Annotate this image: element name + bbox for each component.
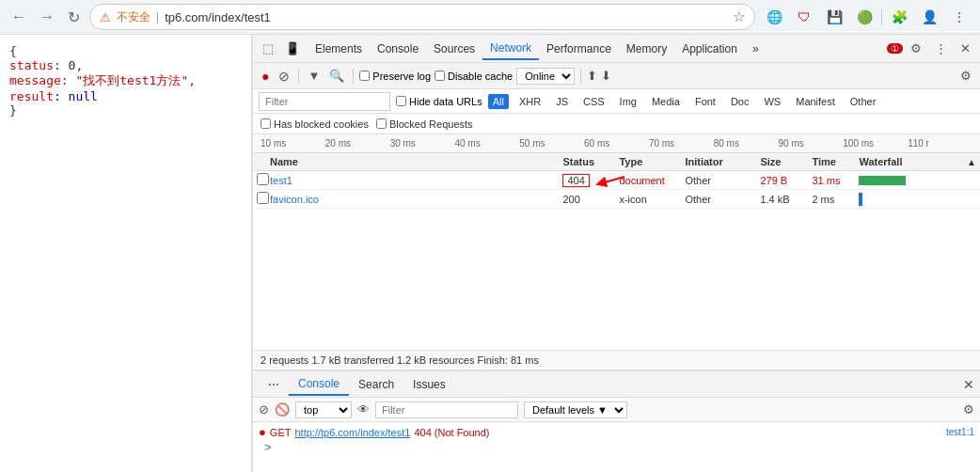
col-header-size[interactable]: Size — [760, 156, 812, 167]
table-row[interactable]: test1 404 document Other 279 B 31 ms — [253, 171, 980, 190]
warning-text: 不安全 — [117, 9, 150, 25]
browser-menu[interactable]: ⋮ — [946, 4, 972, 30]
settings-icon[interactable]: ⚙ — [905, 38, 927, 60]
tab-sources[interactable]: Sources — [426, 39, 482, 59]
blocked-cookies-checkbox[interactable] — [261, 118, 271, 129]
row-1-checkbox-cell — [257, 173, 270, 187]
console-filter-input[interactable] — [375, 401, 518, 418]
tab-performance[interactable]: Performance — [539, 39, 619, 59]
clear-button[interactable]: ⊘ — [276, 68, 292, 85]
hide-data-urls-checkbox[interactable] — [396, 96, 406, 106]
inspect-icon[interactable]: ⬚ — [257, 38, 279, 60]
browser-icon-1[interactable]: 🌐 — [761, 4, 787, 30]
network-settings-button[interactable]: ⚙ — [957, 68, 974, 84]
address-bar[interactable]: ⚠ 不安全 | tp6.com/index/test1 ☆ — [89, 4, 755, 30]
col-header-initiator[interactable]: Initiator — [685, 156, 760, 167]
summary-text: 2 requests 1.7 kB transferred 1.2 kB res… — [261, 354, 539, 366]
filter-toggle-button[interactable]: ▼ — [305, 68, 323, 84]
browser-icon-adblock[interactable]: 🛡 — [791, 4, 817, 30]
tab-network[interactable]: Network — [482, 38, 539, 60]
search-button[interactable]: 🔍 — [326, 68, 347, 84]
row-1-time: 31 ms — [812, 175, 859, 186]
preserve-log-checkbox[interactable] — [359, 71, 370, 81]
filter-input[interactable] — [259, 92, 390, 111]
tab-elements[interactable]: Elements — [308, 39, 370, 59]
error-link[interactable]: http://tp6.com/index/test1 — [294, 427, 410, 438]
filter-media-button[interactable]: Media — [647, 94, 685, 109]
col-header-waterfall[interactable]: Waterfall ▲ — [859, 156, 976, 167]
browser-chrome: ← → ↻ ⚠ 不安全 | tp6.com/index/test1 ☆ 🌐 🛡 … — [0, 0, 980, 35]
back-button[interactable]: ← — [8, 7, 30, 27]
devtools-left-icons: ⬚ 📱 — [257, 38, 308, 60]
col-header-type[interactable]: Type — [619, 156, 685, 167]
download-icon: ⬇ — [601, 69, 611, 83]
console-filter-toggle[interactable]: 🚫 — [275, 402, 290, 417]
filter-img-button[interactable]: Img — [615, 94, 641, 109]
row-1-name[interactable]: test1 — [270, 175, 562, 186]
page-content: { status: 0, message: "找不到test1方法", resu… — [0, 35, 252, 472]
blocked-cookies-label: Has blocked cookies — [261, 118, 369, 130]
close-icon[interactable]: ✕ — [954, 38, 976, 60]
col-header-time[interactable]: Time — [812, 156, 859, 167]
blocked-bar: Has blocked cookies Blocked Requests — [253, 114, 980, 134]
console-settings-button[interactable]: ⚙ — [963, 402, 974, 417]
console-prompt: > — [259, 439, 974, 455]
filter-doc-button[interactable]: Doc — [726, 94, 754, 109]
row-2-name[interactable]: favicon.ico — [270, 194, 562, 205]
timeline-mark-1: 20 ms — [325, 138, 390, 149]
star-icon: ☆ — [733, 8, 745, 25]
filter-xhr-button[interactable]: XHR — [514, 94, 545, 109]
tab-more[interactable]: » — [745, 39, 767, 59]
eye-icon[interactable]: 👁 — [357, 402, 370, 417]
throttle-select[interactable]: Online — [516, 68, 575, 85]
browser-icon-3[interactable]: 🟢 — [851, 4, 877, 30]
console-tab-search[interactable]: Search — [349, 374, 403, 395]
hide-data-urls-label: Hide data URLs — [396, 96, 482, 107]
context-select[interactable]: top — [295, 401, 352, 418]
filter-ws-button[interactable]: WS — [759, 94, 785, 109]
ellipsis-icon[interactable]: ⋮ — [929, 38, 952, 60]
row-2-checkbox[interactable] — [257, 192, 269, 204]
forward-button[interactable]: → — [36, 7, 58, 27]
browser-icon-user[interactable]: 👤 — [916, 4, 942, 30]
timeline-mark-9: 100 ms — [843, 138, 908, 149]
filter-all-button[interactable]: All — [488, 94, 509, 109]
disable-cache-checkbox[interactable] — [435, 71, 445, 81]
row-1-waterfall — [859, 176, 976, 185]
console-tab-console[interactable]: Console — [289, 373, 349, 396]
browser-icon-save[interactable]: 💾 — [821, 4, 847, 30]
refresh-button[interactable]: ↻ — [64, 7, 84, 28]
console-tab-bar: ⋯ Console Search Issues ✕ — [253, 371, 980, 398]
default-levels-select[interactable]: Default levels ▼ — [524, 401, 627, 418]
waterfall-bar-green — [859, 176, 906, 185]
error-source-ref[interactable]: test1:1 — [946, 427, 974, 437]
error-status: 404 (Not Found) — [414, 427, 489, 438]
browser-icon-ext[interactable]: 🧩 — [886, 4, 912, 30]
tab-memory[interactable]: Memory — [619, 39, 674, 59]
tab-console[interactable]: Console — [370, 39, 426, 59]
filter-other-button[interactable]: Other — [846, 94, 881, 109]
console-clear-button[interactable]: ⊘ — [259, 402, 269, 417]
json-line-5: } — [9, 103, 242, 118]
row-1-checkbox[interactable] — [257, 173, 269, 185]
record-button[interactable]: ● — [259, 68, 272, 85]
col-header-name[interactable]: Name — [270, 156, 562, 167]
console-tab-dots[interactable]: ⋯ — [259, 374, 289, 395]
col-header-status[interactable]: Status — [562, 156, 619, 167]
console-close-button[interactable]: ✕ — [963, 377, 974, 392]
row-2-status: 200 — [562, 194, 619, 205]
timeline-bar: 10 ms 20 ms 30 ms 40 ms 50 ms 60 ms 70 m… — [253, 134, 980, 153]
filter-js-button[interactable]: JS — [551, 94, 573, 109]
filter-manifest-button[interactable]: Manifest — [791, 94, 840, 109]
error-icon: ● — [259, 425, 266, 439]
filter-font-button[interactable]: Font — [690, 94, 720, 109]
tab-application[interactable]: Application — [674, 39, 745, 59]
table-row[interactable]: favicon.ico 200 x-icon Other 1.4 kB 2 ms — [253, 190, 980, 209]
json-line-4: result: null — [9, 89, 242, 103]
prompt-arrow: > — [264, 440, 272, 454]
console-tab-issues[interactable]: Issues — [403, 374, 455, 395]
filter-css-button[interactable]: CSS — [578, 94, 609, 109]
summary-bar: 2 requests 1.7 kB transferred 1.2 kB res… — [253, 350, 980, 370]
device-icon[interactable]: 📱 — [281, 38, 304, 60]
blocked-requests-checkbox[interactable] — [376, 118, 387, 129]
